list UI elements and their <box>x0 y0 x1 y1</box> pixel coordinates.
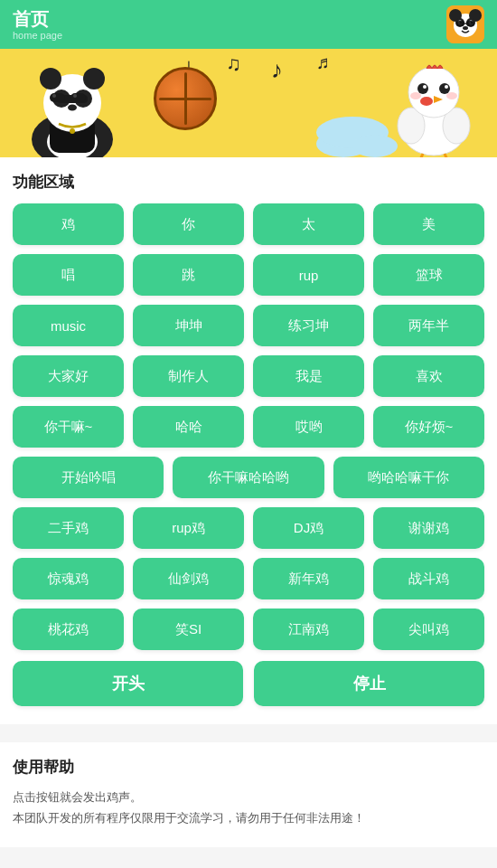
btn-mei[interactable]: 美 <box>373 203 484 245</box>
btn-djji[interactable]: DJ鸡 <box>253 507 364 549</box>
svg-point-27 <box>68 105 77 111</box>
btn-jinghunii[interactable]: 惊魂鸡 <box>13 558 124 599</box>
page-title: 首页 <box>13 8 62 30</box>
banner-chicken <box>380 58 488 157</box>
svg-point-40 <box>446 92 457 99</box>
avatar <box>446 5 484 43</box>
banner-panda <box>0 53 145 157</box>
btn-aiyo[interactable]: 哎哟 <box>253 406 364 448</box>
btn-xianjianji[interactable]: 仙剑鸡 <box>133 558 244 599</box>
start-button[interactable]: 开头 <box>13 661 243 706</box>
svg-rect-12 <box>466 21 474 26</box>
btn-xiaosi[interactable]: 笑SI <box>133 609 244 650</box>
function-area-title: 功能区域 <box>13 157 484 203</box>
btn-jianjiaoji[interactable]: 尖叫鸡 <box>373 609 484 650</box>
btn-chang[interactable]: 唱 <box>13 254 124 296</box>
stop-button[interactable]: 停止 <box>254 661 484 706</box>
btn-ji[interactable]: 鸡 <box>13 203 124 245</box>
help-line-1: 点击按钮就会发出鸡声。 <box>13 787 484 807</box>
main-content: 功能区域 鸡 你 太 美 唱 跳 rup 篮球 music 坤坤 练习坤 两年半… <box>0 157 497 724</box>
btn-rupji[interactable]: rup鸡 <box>133 507 244 549</box>
btn-xinnianji[interactable]: 新年鸡 <box>253 558 364 599</box>
btn-rup[interactable]: rup <box>253 254 364 296</box>
svg-line-42 <box>445 154 448 157</box>
svg-point-35 <box>417 83 428 94</box>
music-note-2: ♫ <box>226 52 241 76</box>
svg-point-26 <box>73 94 77 98</box>
btn-haha[interactable]: 哈哈 <box>133 406 244 448</box>
svg-point-37 <box>423 85 427 89</box>
btn-taohuaji[interactable]: 桃花鸡 <box>13 609 124 650</box>
bottom-buttons: 开头 停止 <box>13 661 484 706</box>
svg-rect-24 <box>70 93 86 102</box>
svg-point-19 <box>83 68 105 90</box>
btn-xiexieji[interactable]: 谢谢鸡 <box>373 507 484 549</box>
btn-tiao[interactable]: 跳 <box>133 254 244 296</box>
btn-ershouji[interactable]: 二手鸡 <box>13 507 124 549</box>
btn-jiangnanji[interactable]: 江南鸡 <box>253 609 364 650</box>
svg-rect-23 <box>50 93 65 102</box>
svg-point-28 <box>70 128 75 134</box>
btn-woshi[interactable]: 我是 <box>253 355 364 397</box>
page-subtitle: home page <box>13 30 62 41</box>
svg-line-41 <box>419 154 423 157</box>
btn-niganhahayo[interactable]: 你干嘛哈哈哟 <box>173 457 324 498</box>
svg-point-32 <box>408 67 459 118</box>
btn-dajiahao[interactable]: 大家好 <box>13 355 124 397</box>
btn-lianxikun[interactable]: 练习坤 <box>253 305 364 346</box>
svg-point-38 <box>445 85 448 89</box>
music-note-3: ♪ <box>271 56 283 84</box>
btn-ni[interactable]: 你 <box>133 203 244 245</box>
help-section: 使用帮助 点击按钮就会发出鸡声。 本团队开发的所有程序仅限用于交流学习，请勿用于… <box>0 735 497 847</box>
svg-point-39 <box>410 92 421 99</box>
svg-point-10 <box>463 26 468 30</box>
btn-xihuan[interactable]: 喜欢 <box>373 355 484 397</box>
header: 首页 home page <box>0 0 497 49</box>
svg-point-25 <box>52 94 56 98</box>
help-title: 使用帮助 <box>13 757 484 778</box>
banner: ♩ ♫ ♪ ♬ <box>0 49 497 157</box>
btn-kunkun[interactable]: 坤坤 <box>133 305 244 346</box>
help-line-2: 本团队开发的所有程序仅限用于交流学习，请勿用于任何非法用途！ <box>13 807 484 828</box>
btn-zhandouji[interactable]: 战斗鸡 <box>373 558 484 599</box>
function-buttons-grid: 鸡 你 太 美 唱 跳 rup 篮球 music 坤坤 练习坤 两年半 大家好 … <box>13 203 484 650</box>
btn-music[interactable]: music <box>13 305 124 346</box>
btn-kaishiyinchang[interactable]: 开始吟唱 <box>13 457 164 498</box>
basketball-icon <box>154 67 217 130</box>
btn-zhizuoren[interactable]: 制作人 <box>133 355 244 397</box>
btn-yohahamaganni[interactable]: 哟哈哈嘛干你 <box>333 457 484 498</box>
btn-nihaofan[interactable]: 你好烦~ <box>373 406 484 448</box>
music-note-4: ♬ <box>316 52 330 73</box>
svg-point-36 <box>439 83 450 94</box>
btn-niganna[interactable]: 你干嘛~ <box>13 406 124 448</box>
svg-point-33 <box>420 97 433 106</box>
btn-lanqiu[interactable]: 篮球 <box>373 254 484 296</box>
panda-avatar-icon <box>446 5 484 43</box>
header-title-block: 首页 home page <box>13 8 62 41</box>
svg-point-18 <box>40 68 61 90</box>
svg-rect-11 <box>456 21 464 26</box>
btn-liangnianban[interactable]: 两年半 <box>373 305 484 346</box>
btn-tai[interactable]: 太 <box>253 203 364 245</box>
